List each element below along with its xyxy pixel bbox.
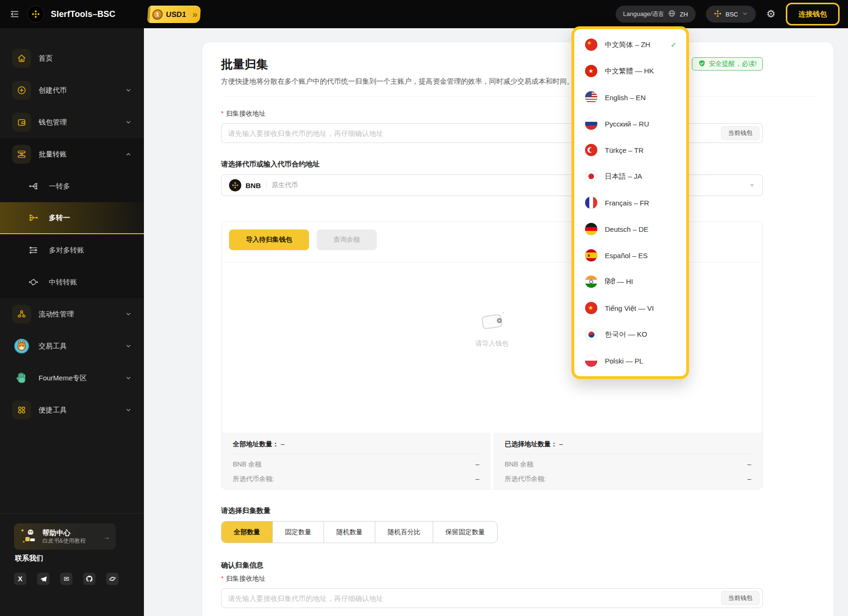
telegram-icon[interactable] (37, 573, 49, 585)
social-links: X ✉ (14, 573, 119, 585)
settings-gear-icon[interactable]: ⚙ (766, 9, 776, 19)
amount-section-label: 请选择归集数量 (221, 506, 763, 515)
safety-notice-badge[interactable]: 安全提醒，必读! (692, 57, 763, 71)
sidebar-item-one-to-many[interactable]: 一转多 (0, 170, 144, 202)
language-option-zh[interactable]: ★ 中文简体 – ZH ✓ (574, 32, 686, 58)
batch-collection-card: 批量归集 方便快捷地将分散在多个账户中的代币统一归集到一个主账户，提高资金管理的… (202, 42, 833, 616)
usd1-label: USD1 (166, 10, 186, 18)
import-wallets-button[interactable]: 导入待归集钱包 (229, 229, 309, 250)
header-divider (221, 96, 815, 96)
sidebar-item-label: 钱包管理 (39, 118, 67, 127)
relay-transfer-icon (27, 277, 40, 287)
network-label: BSC (726, 11, 738, 18)
language-option-tr[interactable]: Türkçe – TR (574, 137, 686, 163)
sidebar-item-label: 批量转账 (39, 150, 67, 159)
bnb-diamond-icon (713, 9, 722, 19)
stats-footer: 全部地址数量：– BNB 余额– 所选代币余额:– 已选择地址数量：– BNB … (222, 433, 762, 489)
many-to-one-icon (27, 213, 40, 223)
tab-random-amount[interactable]: 随机数量 (324, 521, 375, 543)
sidebar-item-relay-transfer[interactable]: 中转转账 (0, 266, 144, 298)
stats-title: 全部地址数量：– (233, 440, 479, 454)
query-balance-button[interactable]: 查询余额 (317, 229, 377, 250)
language-code: ZH (680, 11, 688, 18)
select-dropdown-arrow-icon: ▼ (749, 182, 755, 189)
liquidity-icon (12, 305, 31, 324)
language-option-vi[interactable]: ★ Tiếng Việt — VI (574, 295, 686, 321)
sidebar-nav: 首页 创建代币 钱包管理 批量转账 (0, 28, 144, 426)
language-option-hi[interactable]: हिंदी — HI (574, 269, 686, 295)
stats-title: 已选择地址数量：– (505, 440, 751, 454)
language-dropdown-menu: ★ 中文简体 – ZH ✓ ★ 中文繁體 — HK English – EN Р… (571, 26, 689, 379)
confirm-address-input[interactable] (221, 588, 763, 608)
chevron-down-icon (125, 119, 132, 126)
flag-cn-icon: ★ (585, 39, 597, 51)
website-globe-icon[interactable] (106, 573, 119, 585)
usd1-banner[interactable]: 1 USD1 » (147, 6, 200, 23)
safety-notice-label: 安全提醒，必读! (709, 60, 757, 68)
check-icon: ✓ (671, 40, 677, 49)
flag-us-icon (585, 91, 597, 103)
language-option-fr[interactable]: Français – FR (574, 190, 686, 216)
sidebar-item-label: 中转转账 (49, 278, 77, 287)
email-icon[interactable]: ✉ (60, 573, 72, 585)
network-selector[interactable]: BSC (706, 6, 756, 23)
sidebar-item-home[interactable]: 首页 (0, 42, 144, 74)
language-option-en[interactable]: English – EN (574, 84, 686, 111)
sidebar-item-label: 流动性管理 (39, 310, 74, 319)
sidebar-item-fourmeme[interactable]: FourMeme专区 (0, 362, 144, 394)
double-chevron-right-icon: » (192, 9, 197, 19)
help-card-subtitle: 白皮书&使用教程 (42, 537, 86, 545)
sidebar-item-many-to-one[interactable]: 多转一 (0, 202, 144, 234)
stats-all-addresses: 全部地址数量：– BNB 余额– 所选代币余额:– (222, 433, 491, 489)
language-option-ja[interactable]: 日本語 – JA (574, 163, 686, 190)
svg-text:✦: ✦ (20, 528, 24, 533)
language-option-pl[interactable]: Polski — PL (574, 347, 686, 374)
language-selector[interactable]: Language/语言 ZH (616, 6, 696, 23)
amount-tabs: 全部数量 固定数量 随机数量 随机百分比 保留固定数量 (221, 521, 498, 543)
vertical-separator (266, 182, 267, 189)
sidebar-item-liquidity[interactable]: 流动性管理 (0, 298, 144, 330)
sidebar-item-utilities[interactable]: 便捷工具 (0, 394, 144, 426)
app-title: SlerfTools–BSC (51, 9, 116, 19)
current-wallet-button[interactable]: 当前钱包 (721, 591, 760, 605)
flag-tr-icon (585, 144, 597, 156)
app-logo (27, 6, 44, 23)
language-option-ru[interactable]: Русский – RU (574, 111, 686, 137)
connect-wallet-button[interactable]: 连接钱包 (786, 3, 840, 25)
contact-us-title: 联系我们 (15, 554, 43, 563)
tab-all-amount[interactable]: 全部数量 (222, 521, 272, 543)
sidebar-item-create-token[interactable]: 创建代币 (0, 74, 144, 106)
help-center-card[interactable]: ✦✦ 帮助中心 白皮书&使用教程 → (14, 523, 116, 550)
flag-kr-icon (585, 328, 597, 340)
language-option-de[interactable]: Deutsch – DE (574, 216, 686, 242)
shield-check-icon (698, 59, 706, 69)
language-option-es[interactable]: Español – ES (574, 242, 686, 269)
confirm-address-row: 当前钱包 (221, 588, 763, 608)
sidebar-item-batch-transfer[interactable]: 批量转账 (0, 138, 144, 170)
github-icon[interactable] (83, 573, 95, 585)
plus-circle-icon (12, 81, 31, 100)
sidebar-item-label: 便捷工具 (39, 406, 67, 415)
sidebar: 首页 创建代币 钱包管理 批量转账 (0, 28, 144, 616)
chevron-up-icon (125, 151, 132, 158)
sidebar-collapse-icon[interactable] (8, 8, 21, 20)
chevron-down-icon (125, 343, 132, 349)
stat-row: 所选代币余额:– (505, 475, 751, 483)
batch-transfer-icon (12, 145, 31, 164)
tab-random-percent[interactable]: 随机百分比 (375, 521, 433, 543)
hand-icon (12, 371, 31, 385)
flag-fr-icon (585, 197, 597, 209)
help-card-texts: 帮助中心 白皮书&使用教程 (42, 529, 86, 545)
language-option-hk[interactable]: ★ 中文繁體 — HK (574, 58, 686, 84)
wallet-icon (12, 113, 31, 132)
language-option-ko[interactable]: 한국어 — KO (574, 321, 686, 347)
sidebar-item-wallet-management[interactable]: 钱包管理 (0, 106, 144, 138)
chevron-down-icon (125, 87, 132, 94)
tab-fixed-amount[interactable]: 固定数量 (272, 521, 324, 543)
current-wallet-button[interactable]: 当前钱包 (721, 126, 760, 140)
stat-row: BNB 余额– (233, 460, 479, 469)
sidebar-item-many-to-many[interactable]: 多对多转账 (0, 234, 144, 266)
sidebar-item-trading-tools[interactable]: 交易工具 (0, 330, 144, 362)
tab-keep-fixed-amount[interactable]: 保留固定数量 (433, 521, 497, 543)
x-twitter-icon[interactable]: X (14, 573, 26, 585)
